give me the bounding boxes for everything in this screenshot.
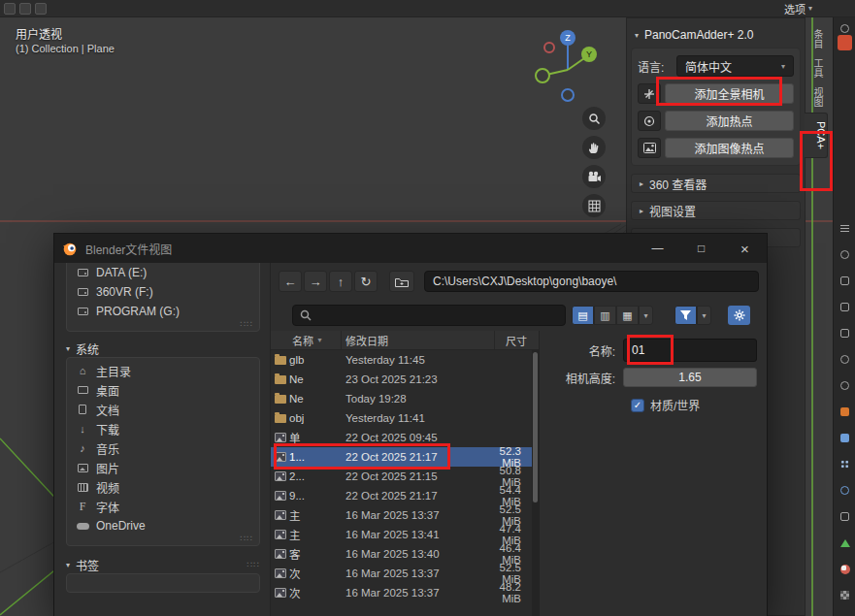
file-row[interactable]: glb Yesterday 11:45	[271, 350, 533, 370]
camera-view-button[interactable]	[582, 165, 606, 188]
add-hotspot-button[interactable]: 添加热点	[665, 111, 794, 131]
scrollbar-thumb[interactable]	[533, 352, 538, 503]
drag-handle[interactable]: ∷∷	[71, 321, 255, 330]
drag-handle[interactable]: ∷∷	[71, 535, 255, 544]
tool-tab-icon[interactable]	[838, 247, 852, 262]
file-row[interactable]: 9... 22 Oct 2025 21:17 54.4 MiB	[271, 486, 533, 505]
settings-button[interactable]	[728, 306, 750, 325]
scene-tab-icon[interactable]	[838, 352, 852, 367]
tab-tool[interactable]: 工具	[806, 54, 825, 81]
display-horizontal-list-button[interactable]: ▥	[594, 306, 616, 325]
sidebar-item-pictures[interactable]: 图片	[71, 458, 255, 477]
material-world-checkbox[interactable]: ✓	[631, 399, 644, 412]
file-row[interactable]: Ne 23 Oct 2025 21:23	[271, 370, 533, 389]
filter-options-chevron[interactable]: ▾	[697, 306, 711, 325]
maximize-icon[interactable]: □	[679, 234, 723, 263]
sidebar-item-videos[interactable]: 视频	[71, 477, 255, 497]
panel-360-viewer[interactable]: ▸ 360 查看器	[631, 174, 801, 193]
bookmarks-section-header[interactable]: ▾ 书签 ∷∷	[66, 556, 260, 573]
close-icon[interactable]: ×	[723, 234, 767, 263]
add-pano-camera-button[interactable]: 添加全景相机	[665, 83, 794, 104]
render-tab-icon[interactable]	[838, 274, 852, 288]
constraints-tab-icon[interactable]	[838, 509, 852, 524]
display-options-chevron[interactable]: ▾	[639, 306, 653, 325]
dialog-titlebar[interactable]: Blender文件视图 — □ ×	[54, 234, 767, 263]
sidebar-item-home[interactable]: ⌂ 主目录	[71, 361, 255, 380]
output-tab-icon[interactable]	[838, 300, 852, 314]
path-input[interactable]: C:\Users\CXJ\Desktop\gong\baoye\	[424, 271, 759, 292]
object-tab-icon[interactable]	[838, 405, 852, 419]
refresh-button[interactable]: ↻	[354, 271, 378, 292]
sidebar-item-documents[interactable]: 文档	[71, 400, 255, 419]
file-row[interactable]: 主 16 Mar 2025 13:41 47.4 MiB	[271, 525, 533, 544]
addon-panel-body: 语言: 简体中文 ▾ 添加全景相机 添加热点	[631, 48, 801, 166]
options-dropdown[interactable]: 选项 ▾	[778, 0, 818, 17]
display-thumbnails-button[interactable]: ▦	[616, 306, 639, 325]
particles-tab-icon[interactable]	[838, 457, 852, 471]
file-row[interactable]: Ne Today 19:28	[271, 389, 533, 408]
volume-item[interactable]: DATA (E:)	[71, 263, 255, 282]
file-row[interactable]: 次 16 Mar 2025 13:37 52.5 MiB	[271, 564, 533, 583]
tab-pca[interactable]: PCA+	[805, 113, 828, 158]
editor-type-icon[interactable]	[4, 3, 16, 15]
modifiers-tab-icon[interactable]	[838, 431, 852, 445]
file-list-scrollbar[interactable]	[532, 350, 539, 616]
texture-tab-icon[interactable]	[838, 588, 852, 602]
name-input[interactable]: 01	[623, 339, 757, 362]
addon-panel-header[interactable]: ▾ PanoCamAdder+ 2.0	[627, 24, 805, 46]
view-layer-tab-icon[interactable]	[838, 326, 852, 340]
display-vertical-list-button[interactable]: ▤	[572, 306, 594, 325]
navigation-gizmo[interactable]: Z Y	[524, 24, 611, 112]
filter-button[interactable]	[674, 306, 697, 325]
minimize-icon[interactable]: —	[636, 234, 679, 263]
volume-item[interactable]: PROGRAM (G:)	[71, 302, 255, 321]
file-row[interactable]: 客 16 Mar 2025 13:40 46.4 MiB	[271, 544, 533, 564]
sidebar-item-fonts[interactable]: F 字体	[71, 497, 255, 516]
drag-handle[interactable]: ∷∷	[247, 560, 260, 569]
language-value: 简体中文	[685, 58, 732, 75]
file-row[interactable]: 2... 22 Oct 2025 21:15 50.8 MiB	[271, 467, 533, 486]
tab-view[interactable]: 视图	[806, 83, 825, 111]
volume-item[interactable]: 360VR (F:)	[71, 282, 255, 302]
properties-menu-icon[interactable]	[838, 221, 852, 236]
system-section-header[interactable]: ▾ 系统	[66, 340, 260, 357]
column-size[interactable]: 尺寸	[495, 333, 539, 348]
view-mode-icon[interactable]	[19, 3, 31, 15]
material-tab-icon[interactable]	[838, 562, 852, 576]
image-icon-button[interactable]	[638, 138, 661, 158]
sidebar-item-downloads[interactable]: ↓ 下载	[71, 419, 255, 438]
add-image-hotspot-button[interactable]: 添加图像热点	[665, 138, 794, 158]
object-data-tab-icon[interactable]	[838, 535, 852, 550]
properties-strip	[833, 17, 855, 616]
zoom-tool-button[interactable]	[582, 107, 606, 130]
language-dropdown[interactable]: 简体中文 ▾	[676, 55, 794, 77]
camera-axes-icon-button[interactable]	[638, 83, 661, 104]
forward-button[interactable]: →	[304, 271, 327, 292]
up-button[interactable]: ↑	[329, 271, 352, 292]
back-button[interactable]: ←	[279, 271, 302, 292]
physics-tab-icon[interactable]	[838, 483, 852, 498]
overlay-toggle-icon[interactable]	[35, 3, 47, 15]
pan-hand-button[interactable]	[582, 136, 606, 159]
active-highlight-icon[interactable]	[838, 35, 852, 49]
file-row[interactable]: obj Yesterday 11:41	[271, 408, 533, 428]
tab-item[interactable]: 条目	[806, 25, 825, 52]
new-folder-button[interactable]	[389, 271, 414, 292]
sidebar-item-music[interactable]: ♪ 音乐	[71, 438, 255, 458]
sidebar-item-desktop[interactable]: 桌面	[71, 380, 255, 400]
column-date[interactable]: 修改日期	[342, 331, 495, 349]
panel-view-settings[interactable]: ▸ 视图设置	[631, 201, 801, 220]
file-row-selected[interactable]: 1... 22 Oct 2025 21:17 52.3 MiB	[271, 447, 533, 467]
column-name[interactable]: 名称 ▼	[271, 331, 342, 349]
world-tab-icon[interactable]	[838, 378, 852, 393]
search-input[interactable]	[292, 305, 566, 326]
file-row[interactable]: 主 16 Mar 2025 13:37 52.5 MiB	[271, 505, 533, 525]
search-icon	[300, 309, 312, 321]
sidebar-item-onedrive[interactable]: OneDrive	[71, 516, 255, 535]
file-row[interactable]: 次 16 Mar 2025 13:37 48.2 MiB	[271, 583, 533, 602]
file-row[interactable]: 单 22 Oct 2025 09:45	[271, 428, 533, 447]
outliner-filter-icon[interactable]	[838, 21, 852, 36]
hotspot-icon-button[interactable]	[638, 111, 661, 131]
camera-height-field[interactable]: 1.65	[623, 368, 757, 387]
grid-ortho-button[interactable]	[582, 194, 606, 217]
